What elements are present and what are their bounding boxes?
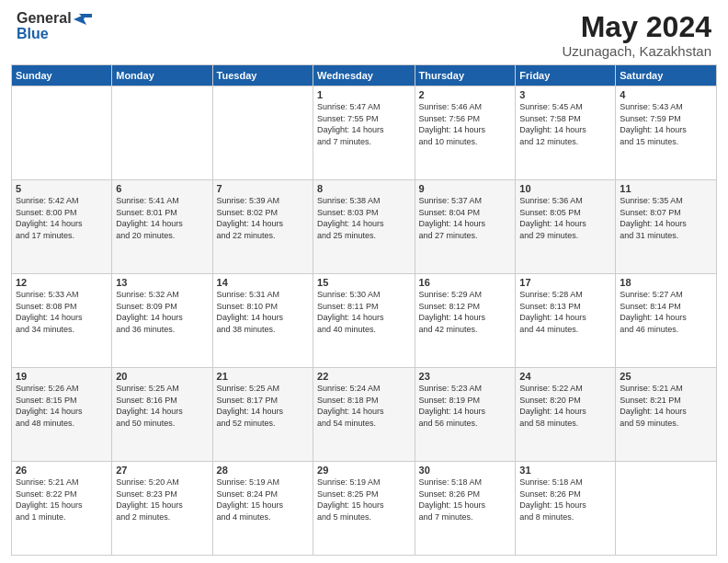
day-info-15: Sunrise: 5:30 AM Sunset: 8:11 PM Dayligh… <box>317 289 410 335</box>
day-number-10: 10 <box>519 183 611 194</box>
day-info-25: Sunrise: 5:21 AM Sunset: 8:21 PM Dayligh… <box>620 383 712 429</box>
calendar-body: 1Sunrise: 5:47 AM Sunset: 7:55 PM Daylig… <box>12 86 717 556</box>
header-sunday: Sunday <box>12 65 112 86</box>
day-info-14: Sunrise: 5:31 AM Sunset: 8:10 PM Dayligh… <box>217 289 309 335</box>
day-number-2: 2 <box>419 89 512 100</box>
week-row-1: 1Sunrise: 5:47 AM Sunset: 7:55 PM Daylig… <box>12 86 717 180</box>
cell-2-3: 15Sunrise: 5:30 AM Sunset: 8:11 PM Dayli… <box>313 274 415 368</box>
cell-2-4: 16Sunrise: 5:29 AM Sunset: 8:12 PM Dayli… <box>415 274 516 368</box>
page: General Blue May 2024 Uzunagach, Kazakhs… <box>0 0 728 563</box>
day-info-8: Sunrise: 5:38 AM Sunset: 8:03 PM Dayligh… <box>317 195 410 241</box>
cell-3-6: 25Sunrise: 5:21 AM Sunset: 8:21 PM Dayli… <box>616 368 717 462</box>
cell-4-5: 31Sunrise: 5:18 AM Sunset: 8:26 PM Dayli… <box>516 462 616 556</box>
cell-2-5: 17Sunrise: 5:28 AM Sunset: 8:13 PM Dayli… <box>516 274 616 368</box>
cell-1-0: 5Sunrise: 5:42 AM Sunset: 8:00 PM Daylig… <box>12 180 112 274</box>
cell-1-1: 6Sunrise: 5:41 AM Sunset: 8:01 PM Daylig… <box>112 180 212 274</box>
day-number-29: 29 <box>317 465 410 476</box>
day-info-11: Sunrise: 5:35 AM Sunset: 8:07 PM Dayligh… <box>620 195 712 241</box>
day-info-9: Sunrise: 5:37 AM Sunset: 8:04 PM Dayligh… <box>419 195 512 241</box>
main-title: May 2024 <box>562 11 711 43</box>
day-number-3: 3 <box>519 89 611 100</box>
day-number-22: 22 <box>317 371 410 382</box>
cell-4-3: 29Sunrise: 5:19 AM Sunset: 8:25 PM Dayli… <box>313 462 415 556</box>
day-number-20: 20 <box>116 371 208 382</box>
day-info-16: Sunrise: 5:29 AM Sunset: 8:12 PM Dayligh… <box>419 289 512 335</box>
header: General Blue May 2024 Uzunagach, Kazakhs… <box>0 0 728 64</box>
day-number-24: 24 <box>519 371 611 382</box>
day-number-23: 23 <box>419 371 512 382</box>
cell-3-0: 19Sunrise: 5:26 AM Sunset: 8:15 PM Dayli… <box>12 368 112 462</box>
day-number-31: 31 <box>519 465 611 476</box>
day-number-12: 12 <box>16 277 108 288</box>
day-number-9: 9 <box>419 183 512 194</box>
cell-0-4: 2Sunrise: 5:46 AM Sunset: 7:56 PM Daylig… <box>415 86 516 180</box>
cell-1-6: 11Sunrise: 5:35 AM Sunset: 8:07 PM Dayli… <box>616 180 717 274</box>
header-monday: Monday <box>112 65 212 86</box>
cell-3-5: 24Sunrise: 5:22 AM Sunset: 8:20 PM Dayli… <box>516 368 616 462</box>
day-number-8: 8 <box>317 183 410 194</box>
cell-3-1: 20Sunrise: 5:25 AM Sunset: 8:16 PM Dayli… <box>112 368 212 462</box>
day-number-30: 30 <box>419 465 512 476</box>
cell-4-0: 26Sunrise: 5:21 AM Sunset: 8:22 PM Dayli… <box>12 462 112 556</box>
cell-2-0: 12Sunrise: 5:33 AM Sunset: 8:08 PM Dayli… <box>12 274 112 368</box>
cell-4-1: 27Sunrise: 5:20 AM Sunset: 8:23 PM Dayli… <box>112 462 212 556</box>
logo-arrow-icon <box>74 13 92 26</box>
day-info-29: Sunrise: 5:19 AM Sunset: 8:25 PM Dayligh… <box>317 477 410 523</box>
header-wednesday: Wednesday <box>313 65 415 86</box>
day-number-14: 14 <box>217 277 309 288</box>
week-row-5: 26Sunrise: 5:21 AM Sunset: 8:22 PM Dayli… <box>12 462 717 556</box>
title-block: May 2024 Uzunagach, Kazakhstan <box>562 11 711 59</box>
day-info-7: Sunrise: 5:39 AM Sunset: 8:02 PM Dayligh… <box>217 195 309 241</box>
cell-3-4: 23Sunrise: 5:23 AM Sunset: 8:19 PM Dayli… <box>415 368 516 462</box>
header-tuesday: Tuesday <box>212 65 313 86</box>
day-number-6: 6 <box>116 183 208 194</box>
logo-general-text: General <box>17 11 92 27</box>
calendar: SundayMondayTuesdayWednesdayThursdayFrid… <box>0 64 728 563</box>
week-row-3: 12Sunrise: 5:33 AM Sunset: 8:08 PM Dayli… <box>12 274 717 368</box>
header-saturday: Saturday <box>616 65 717 86</box>
cell-1-3: 8Sunrise: 5:38 AM Sunset: 8:03 PM Daylig… <box>313 180 415 274</box>
day-info-13: Sunrise: 5:32 AM Sunset: 8:09 PM Dayligh… <box>116 289 208 335</box>
day-info-24: Sunrise: 5:22 AM Sunset: 8:20 PM Dayligh… <box>519 383 611 429</box>
cell-1-5: 10Sunrise: 5:36 AM Sunset: 8:05 PM Dayli… <box>516 180 616 274</box>
day-info-19: Sunrise: 5:26 AM Sunset: 8:15 PM Dayligh… <box>16 383 108 429</box>
cell-0-1 <box>112 86 212 180</box>
subtitle: Uzunagach, Kazakhstan <box>562 43 711 59</box>
logo: General Blue <box>17 11 92 42</box>
day-info-23: Sunrise: 5:23 AM Sunset: 8:19 PM Dayligh… <box>419 383 512 429</box>
week-row-2: 5Sunrise: 5:42 AM Sunset: 8:00 PM Daylig… <box>12 180 717 274</box>
header-row: SundayMondayTuesdayWednesdayThursdayFrid… <box>12 65 717 86</box>
cell-2-1: 13Sunrise: 5:32 AM Sunset: 8:09 PM Dayli… <box>112 274 212 368</box>
cell-0-0 <box>12 86 112 180</box>
header-thursday: Thursday <box>415 65 516 86</box>
day-info-2: Sunrise: 5:46 AM Sunset: 7:56 PM Dayligh… <box>419 101 512 147</box>
calendar-table: SundayMondayTuesdayWednesdayThursdayFrid… <box>11 64 717 556</box>
day-number-18: 18 <box>620 277 712 288</box>
logo-container: General Blue <box>17 11 92 42</box>
day-info-21: Sunrise: 5:25 AM Sunset: 8:17 PM Dayligh… <box>217 383 309 429</box>
day-info-17: Sunrise: 5:28 AM Sunset: 8:13 PM Dayligh… <box>519 289 611 335</box>
day-info-20: Sunrise: 5:25 AM Sunset: 8:16 PM Dayligh… <box>116 383 208 429</box>
day-info-31: Sunrise: 5:18 AM Sunset: 8:26 PM Dayligh… <box>519 477 611 523</box>
cell-4-2: 28Sunrise: 5:19 AM Sunset: 8:24 PM Dayli… <box>212 462 313 556</box>
day-number-28: 28 <box>217 465 309 476</box>
week-row-4: 19Sunrise: 5:26 AM Sunset: 8:15 PM Dayli… <box>12 368 717 462</box>
cell-4-4: 30Sunrise: 5:18 AM Sunset: 8:26 PM Dayli… <box>415 462 516 556</box>
day-info-6: Sunrise: 5:41 AM Sunset: 8:01 PM Dayligh… <box>116 195 208 241</box>
day-number-16: 16 <box>419 277 512 288</box>
cell-3-3: 22Sunrise: 5:24 AM Sunset: 8:18 PM Dayli… <box>313 368 415 462</box>
day-number-4: 4 <box>620 89 712 100</box>
day-info-18: Sunrise: 5:27 AM Sunset: 8:14 PM Dayligh… <box>620 289 712 335</box>
day-number-17: 17 <box>519 277 611 288</box>
cell-0-5: 3Sunrise: 5:45 AM Sunset: 7:58 PM Daylig… <box>516 86 616 180</box>
day-info-5: Sunrise: 5:42 AM Sunset: 8:00 PM Dayligh… <box>16 195 108 241</box>
day-info-26: Sunrise: 5:21 AM Sunset: 8:22 PM Dayligh… <box>16 477 108 523</box>
day-info-12: Sunrise: 5:33 AM Sunset: 8:08 PM Dayligh… <box>16 289 108 335</box>
day-number-11: 11 <box>620 183 712 194</box>
cell-0-2 <box>212 86 313 180</box>
day-number-1: 1 <box>317 89 410 100</box>
day-number-26: 26 <box>16 465 108 476</box>
day-info-3: Sunrise: 5:45 AM Sunset: 7:58 PM Dayligh… <box>519 101 611 147</box>
day-number-21: 21 <box>217 371 309 382</box>
day-number-5: 5 <box>16 183 108 194</box>
